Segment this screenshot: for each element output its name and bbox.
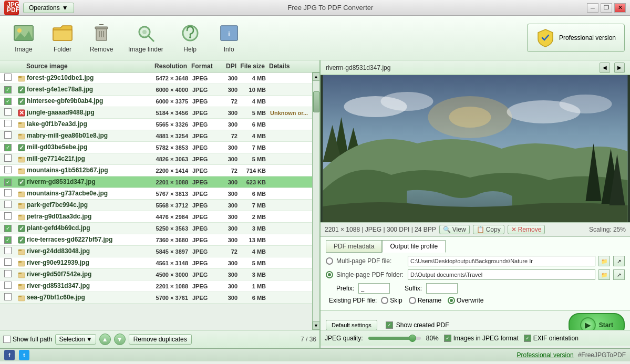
scrollbar-thumb[interactable]	[313, 91, 319, 112]
table-row[interactable]: ✓plant-gefd4b69cd.jpg5250 × 3563JPEG3003…	[0, 223, 312, 234]
table-row[interactable]: forest-g29c10dbe1.jpg5472 × 3648JPEG3004…	[0, 72, 312, 84]
table-row[interactable]: petra-g9d01aa3dc.jpg4476 × 2984JPEG3002 …	[0, 211, 312, 223]
table-row[interactable]: lake-g0f1b7ea3d.jpg5565 × 3326JPEG3006 M…	[0, 119, 312, 130]
minimize-button[interactable]: ─	[587, 3, 598, 13]
filename: river-g24dd83048.jpg	[27, 247, 90, 255]
singlepage-open-btn[interactable]: ↗	[613, 269, 625, 280]
bottom-bar-left: Show full path Selection ▼ ▲ ▼ Remove du…	[0, 330, 321, 348]
pro-version-link[interactable]: Professional version	[517, 351, 574, 359]
table-row[interactable]: ✓mill-gd03be5ebe.jpg5782 × 3853JPEG3007 …	[0, 142, 312, 153]
table-row[interactable]: ✓riverm-gd8531d347.jpg2201 × 1088JPEG300…	[0, 176, 312, 188]
next-image-button[interactable]: ▶	[614, 63, 625, 73]
singlepage-input[interactable]	[408, 269, 595, 280]
row-checkbox[interactable]	[4, 225, 12, 232]
skip-option[interactable]: Skip	[381, 297, 402, 304]
info-button[interactable]: i Info	[211, 19, 247, 56]
prev-image-button[interactable]: ◀	[600, 63, 610, 73]
show-path-row: Show full path	[3, 336, 52, 343]
prefix-input[interactable]	[358, 283, 390, 294]
row-checkbox[interactable]	[4, 86, 12, 93]
nav-down-button[interactable]: ▼	[114, 334, 126, 345]
row-checkbox[interactable]	[4, 282, 12, 289]
row-checkbox[interactable]	[4, 247, 12, 254]
jpeg-format-checkbox[interactable]	[444, 335, 451, 342]
row-checkbox[interactable]	[4, 179, 12, 186]
show-pdf-checkbox[interactable]	[386, 321, 393, 329]
row-checkbox[interactable]	[4, 154, 12, 162]
tab-metadata[interactable]: PDF metadata	[326, 240, 382, 253]
table-row[interactable]: river-g24dd83048.jpg5845 × 3897JPEG724 M…	[0, 246, 312, 257]
row-checkbox[interactable]	[4, 131, 12, 139]
remove-duplicates-button[interactable]: Remove duplicates	[129, 334, 192, 345]
row-checkbox[interactable]	[4, 258, 12, 266]
singlepage-radio[interactable]	[326, 271, 333, 278]
show-path-checkbox[interactable]	[3, 336, 11, 343]
copy-button[interactable]: 📋 Copy	[473, 225, 504, 234]
suffix-input[interactable]	[426, 283, 458, 294]
overwrite-radio[interactable]	[448, 297, 455, 304]
svg-rect-8	[95, 27, 108, 29]
table-row[interactable]: river-g9d50f7542e.jpg4500 × 3000JPEG3003…	[0, 269, 312, 280]
table-row[interactable]: river-g90e912939.jpg4561 × 3148JPEG3005 …	[0, 257, 312, 269]
twitter-button[interactable]: t	[19, 350, 29, 360]
table-row[interactable]: mountains-g737acbe0e.jpg5767 × 3813JPEG3…	[0, 188, 312, 200]
default-settings-button[interactable]: Default settings	[326, 320, 377, 330]
svg-rect-59	[18, 284, 22, 286]
row-checkbox[interactable]	[4, 189, 12, 196]
row-checkbox[interactable]	[4, 166, 12, 173]
overwrite-option[interactable]: Overwrite	[448, 297, 483, 304]
exif-checkbox[interactable]	[524, 335, 531, 342]
rename-option[interactable]: Rename	[409, 297, 441, 304]
multipage-input[interactable]	[408, 256, 595, 266]
tab-output[interactable]: Output file profile	[382, 240, 446, 253]
row-checkbox[interactable]	[4, 74, 12, 81]
finder-button[interactable]: Image finder	[122, 19, 170, 56]
singlepage-browse-btn[interactable]: 📁	[598, 269, 610, 280]
nav-up-button[interactable]: ▲	[99, 334, 111, 345]
row-checkbox[interactable]	[4, 108, 12, 116]
row-checkbox[interactable]	[4, 120, 12, 127]
row-checkbox[interactable]	[4, 98, 12, 105]
remove-button[interactable]: Remove	[83, 19, 120, 56]
row-checkbox[interactable]	[4, 236, 12, 244]
close-button[interactable]: ✕	[614, 3, 626, 13]
table-row[interactable]: ✓forest-g4e1ec78a8.jpg6000 × 4000JPEG300…	[0, 84, 312, 96]
table-row[interactable]: ✓rice-terraces-gd6227bf57.jpg7360 × 3680…	[0, 234, 312, 246]
pro-version-button[interactable]: Professional version	[527, 24, 625, 52]
maximize-button[interactable]: ❐	[601, 3, 612, 13]
table-row[interactable]: sea-g70bf1c60e.jpg5700 × 3761JPEG3006 MB	[0, 292, 312, 304]
facebook-button[interactable]: f	[4, 350, 15, 360]
row-checkbox[interactable]	[4, 270, 12, 277]
svg-rect-57	[18, 273, 22, 274]
operations-button[interactable]: Operations ▼	[23, 3, 74, 13]
slider-thumb[interactable]	[409, 335, 416, 342]
table-row[interactable]: mabry-mill-gea86b01e8.jpg4881 × 3254JPEG…	[0, 130, 312, 142]
file-list-scrollbar[interactable]: ▲ ▼	[312, 72, 319, 330]
start-button[interactable]: ▶ Start	[569, 313, 625, 330]
svg-point-4	[17, 28, 22, 33]
multipage-browse-btn[interactable]: 📁	[598, 256, 610, 266]
folder-button[interactable]: Folder	[44, 19, 81, 56]
table-row[interactable]: mill-ge7714c21f.jpg4826 × 3063JPEG3005 M…	[0, 153, 312, 165]
row-checkbox[interactable]	[4, 144, 12, 151]
rename-radio[interactable]	[409, 297, 416, 304]
multipage-open-btn[interactable]: ↗	[613, 256, 625, 266]
table-row[interactable]: river-gd8531d347.jpg2201 × 1088JPEG3001 …	[0, 280, 312, 292]
help-button[interactable]: Help	[172, 19, 209, 56]
table-row[interactable]: ✓hintersee-gbfe9b0ab4.jpg6000 × 3375JPEG…	[0, 96, 312, 107]
quality-slider[interactable]	[368, 337, 421, 340]
table-row[interactable]: park-gef7bc994c.jpg5568 × 3712JPEG3007 M…	[0, 200, 312, 211]
row-checkbox[interactable]	[4, 293, 12, 300]
svg-rect-37	[18, 157, 22, 159]
skip-radio[interactable]	[381, 297, 388, 304]
table-row[interactable]: mountains-g1b5612b67.jpg2200 × 1414JPEG7…	[0, 165, 312, 176]
image-button[interactable]: Image	[5, 19, 42, 56]
row-checkbox[interactable]	[4, 201, 12, 208]
table-row[interactable]: ✕jungle-gaaaad9488.jpg5184 × 3456JPEG300…	[0, 107, 312, 119]
remove-preview-button[interactable]: ✕ Remove	[508, 225, 545, 234]
svg-rect-43	[18, 192, 22, 193]
row-checkbox[interactable]	[4, 212, 12, 220]
view-button[interactable]: 🔍 View	[439, 225, 470, 234]
selection-button[interactable]: Selection ▼	[55, 334, 96, 345]
multipage-radio[interactable]	[326, 257, 333, 265]
